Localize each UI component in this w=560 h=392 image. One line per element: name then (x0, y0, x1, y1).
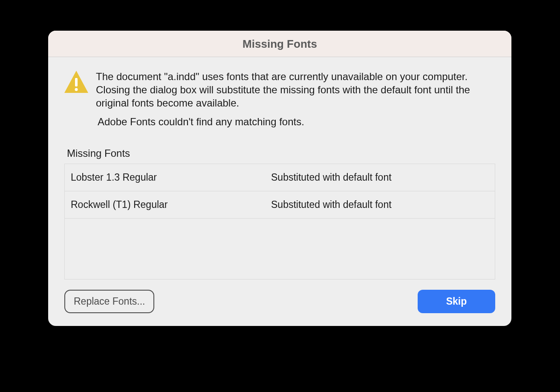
replace-fonts-button[interactable]: Replace Fonts... (64, 290, 154, 313)
warning-message-text: The document "a.indd" uses fonts that ar… (96, 70, 495, 110)
table-row[interactable]: Rockwell (T1) Regular Substituted with d… (65, 191, 495, 219)
svg-rect-1 (75, 78, 78, 86)
adobe-fonts-status-text: Adobe Fonts couldn't find any matching f… (98, 116, 495, 128)
table-row[interactable]: Lobster 1.3 Regular Substituted with def… (65, 164, 495, 191)
warning-row: The document "a.indd" uses fonts that ar… (64, 70, 495, 110)
font-name-cell: Lobster 1.3 Regular (71, 172, 271, 183)
svg-point-2 (75, 88, 78, 91)
warning-triangle-icon (64, 71, 88, 95)
font-status-cell: Substituted with default font (271, 199, 489, 210)
dialog-titlebar: Missing Fonts (48, 31, 511, 57)
font-name-cell: Rockwell (T1) Regular (71, 199, 271, 210)
dialog-title: Missing Fonts (48, 37, 511, 51)
missing-fonts-section-label: Missing Fonts (67, 147, 495, 159)
skip-button[interactable]: Skip (418, 290, 495, 313)
button-row: Replace Fonts... Skip (64, 290, 495, 313)
missing-fonts-table[interactable]: Lobster 1.3 Regular Substituted with def… (64, 164, 495, 280)
dialog-content: The document "a.indd" uses fonts that ar… (48, 57, 511, 326)
font-status-cell: Substituted with default font (271, 172, 489, 183)
missing-fonts-dialog: Missing Fonts The document "a.indd" uses… (48, 31, 511, 326)
